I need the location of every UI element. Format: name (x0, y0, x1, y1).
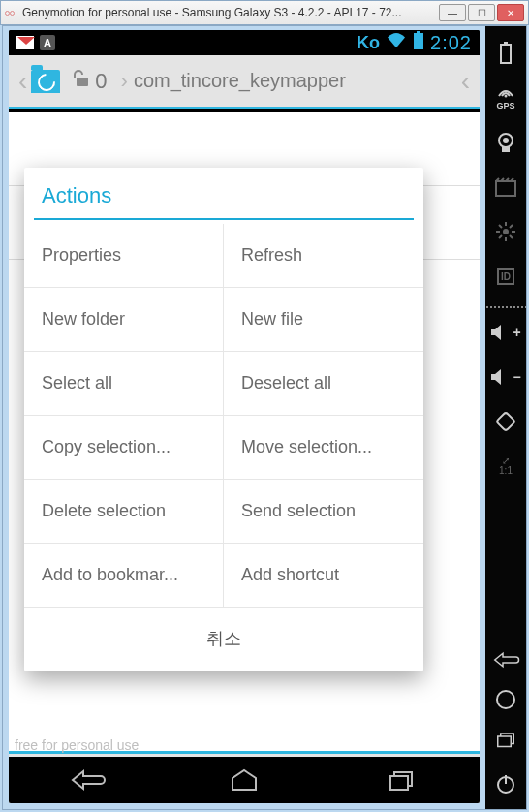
folder-icon[interactable] (31, 70, 60, 93)
action-send-selection[interactable]: Send selection (224, 480, 423, 544)
action-add-bookmark[interactable]: Add to bookmar... (24, 544, 224, 608)
genymotion-icon (5, 8, 18, 17)
rotate-button[interactable] (488, 402, 523, 441)
svg-point-23 (503, 138, 509, 143)
pixel-perfect-button[interactable]: ⤢1:1 (488, 447, 523, 485)
nav-back-button[interactable]: ‹ (15, 66, 31, 97)
sidebar-power-button[interactable] (488, 765, 523, 803)
sidebar-recents-button[interactable] (488, 720, 523, 759)
sidebar-back-button[interactable] (488, 640, 523, 679)
action-move-selection[interactable]: Move selection... (224, 416, 423, 480)
keyboard-notif-icon: A (40, 35, 55, 50)
capture-tool-icon[interactable] (488, 168, 523, 206)
svg-rect-19 (501, 45, 511, 63)
svg-rect-25 (496, 181, 515, 196)
camera-tool-icon[interactable] (488, 123, 523, 162)
svg-rect-18 (390, 776, 408, 790)
svg-point-26 (503, 229, 509, 234)
action-deselect-all[interactable]: Deselect all (224, 352, 423, 416)
window-titlebar: Genymotion for personal use - Samsung Ga… (0, 0, 529, 25)
svg-rect-1 (417, 31, 420, 33)
volume-down-button[interactable]: − (488, 358, 523, 396)
remote-tool-icon[interactable] (488, 212, 523, 251)
battery-icon (413, 31, 424, 55)
volume-up-button[interactable]: + (488, 313, 523, 352)
nav-forward-button[interactable]: ‹ (457, 66, 474, 97)
genymotion-sidebar: GPS ID + − ⤢1:1 (485, 26, 526, 809)
nav-home-soft-button[interactable] (215, 766, 273, 794)
selection-count: 0 (95, 69, 107, 94)
unlock-icon[interactable] (72, 69, 91, 93)
device-screen: A Ko 2:02 ‹ 0 › com_tincore_keymapp (9, 30, 480, 803)
window-minimize-button[interactable]: — (439, 4, 466, 21)
actions-dialog: Actions Properties Refresh New folder Ne… (24, 168, 423, 671)
action-new-file[interactable]: New file (224, 288, 423, 352)
app-toolbar: ‹ 0 › com_tincore_keymapper ‹ (9, 55, 480, 109)
action-delete-selection[interactable]: Delete selection (24, 480, 224, 544)
path-segment[interactable]: com_tincore_keymapper (134, 70, 346, 92)
sidebar-divider (485, 305, 526, 309)
svg-rect-27 (496, 412, 515, 431)
svg-rect-0 (414, 33, 423, 49)
nav-back-soft-button[interactable] (58, 766, 116, 794)
dialog-grid: Properties Refresh New folder New file S… (24, 224, 423, 608)
svg-rect-20 (504, 42, 508, 45)
svg-rect-30 (498, 736, 512, 747)
ime-indicator: Ko (357, 33, 380, 53)
android-navbar (9, 757, 480, 803)
action-select-all[interactable]: Select all (24, 352, 224, 416)
gps-tool-icon[interactable]: GPS (488, 78, 523, 117)
clock: 2:02 (430, 32, 472, 54)
window-maximize-button[interactable]: ☐ (468, 4, 495, 21)
action-properties[interactable]: Properties (24, 224, 224, 288)
dialog-title-rule (34, 218, 414, 220)
battery-tool-icon[interactable] (488, 34, 523, 73)
path-separator-icon: › (121, 69, 128, 94)
sidebar-home-button[interactable] (488, 685, 523, 714)
action-copy-selection[interactable]: Copy selection... (24, 416, 224, 480)
action-add-shortcut[interactable]: Add shortcut (224, 544, 423, 608)
dialog-title: Actions (24, 168, 423, 218)
wifi-icon (386, 32, 407, 54)
nav-recents-soft-button[interactable] (372, 766, 430, 794)
svg-rect-24 (502, 147, 510, 152)
window-close-button[interactable]: ✕ (497, 4, 524, 21)
watermark: free for personal use (15, 737, 139, 753)
svg-point-28 (497, 691, 514, 708)
action-refresh[interactable]: Refresh (224, 224, 423, 288)
svg-rect-2 (77, 78, 88, 86)
dialog-cancel-button[interactable]: 취소 (24, 608, 423, 671)
window-title: Genymotion for personal use - Samsung Ga… (22, 6, 439, 19)
android-statusbar: A Ko 2:02 (9, 30, 480, 55)
emulator-frame: A Ko 2:02 ‹ 0 › com_tincore_keymapp (2, 25, 527, 810)
svg-point-21 (504, 95, 507, 98)
action-new-folder[interactable]: New folder (24, 288, 224, 352)
gmail-icon (16, 36, 34, 49)
identifiers-tool-icon[interactable]: ID (488, 257, 523, 296)
